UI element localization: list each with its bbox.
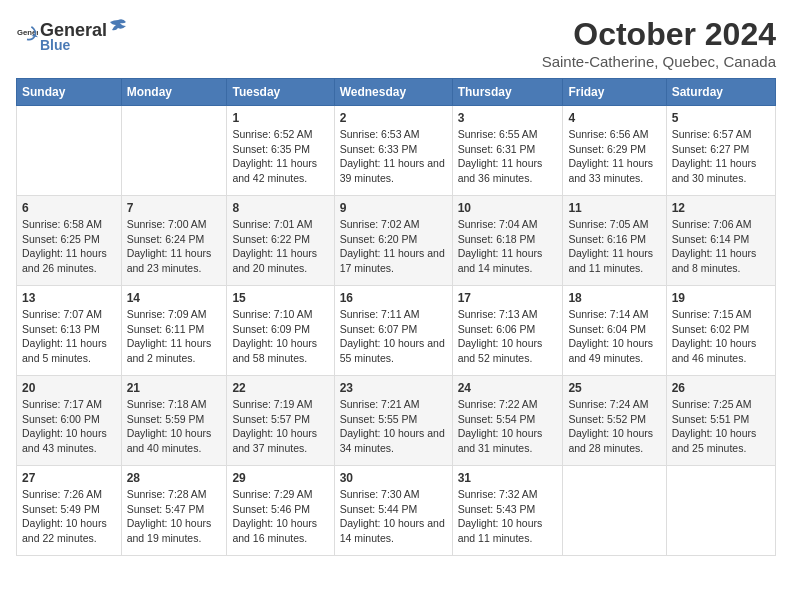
col-header-tuesday: Tuesday [227,79,334,106]
calendar-cell: 22Sunrise: 7:19 AMSunset: 5:57 PMDayligh… [227,376,334,466]
day-info-text: Sunrise: 7:15 AM [672,307,770,322]
day-info-text: Sunrise: 7:01 AM [232,217,328,232]
calendar-cell: 5Sunrise: 6:57 AMSunset: 6:27 PMDaylight… [666,106,775,196]
calendar-cell: 11Sunrise: 7:05 AMSunset: 6:16 PMDayligh… [563,196,666,286]
day-info-text: Daylight: 10 hours and 11 minutes. [458,516,558,545]
calendar-cell: 20Sunrise: 7:17 AMSunset: 6:00 PMDayligh… [17,376,122,466]
day-info-text: Sunrise: 7:28 AM [127,487,222,502]
header-row: SundayMondayTuesdayWednesdayThursdayFrid… [17,79,776,106]
day-info-text: Sunset: 6:09 PM [232,322,328,337]
day-number: 1 [232,111,328,125]
calendar-cell: 21Sunrise: 7:18 AMSunset: 5:59 PMDayligh… [121,376,227,466]
col-header-friday: Friday [563,79,666,106]
calendar-cell [17,106,122,196]
day-info-text: Sunset: 6:16 PM [568,232,660,247]
logo: General General Blue [16,16,129,53]
day-number: 18 [568,291,660,305]
day-number: 9 [340,201,447,215]
day-number: 31 [458,471,558,485]
day-info-text: Daylight: 10 hours and 46 minutes. [672,336,770,365]
day-number: 12 [672,201,770,215]
day-info-text: Sunrise: 7:19 AM [232,397,328,412]
day-info-text: Sunset: 6:14 PM [672,232,770,247]
day-info-text: Sunset: 6:07 PM [340,322,447,337]
title-block: October 2024 Sainte-Catherine, Quebec, C… [542,16,776,70]
col-header-wednesday: Wednesday [334,79,452,106]
day-info-text: Sunset: 5:46 PM [232,502,328,517]
day-info-text: Daylight: 10 hours and 16 minutes. [232,516,328,545]
day-number: 14 [127,291,222,305]
calendar-cell: 24Sunrise: 7:22 AMSunset: 5:54 PMDayligh… [452,376,563,466]
day-number: 26 [672,381,770,395]
day-info-text: Sunrise: 7:29 AM [232,487,328,502]
day-info-text: Sunrise: 7:05 AM [568,217,660,232]
day-info-text: Sunrise: 6:57 AM [672,127,770,142]
col-header-monday: Monday [121,79,227,106]
day-info-text: Sunset: 6:22 PM [232,232,328,247]
day-number: 20 [22,381,116,395]
day-info-text: Daylight: 11 hours and 30 minutes. [672,156,770,185]
day-info-text: Daylight: 11 hours and 26 minutes. [22,246,116,275]
day-info-text: Sunrise: 7:14 AM [568,307,660,322]
day-number: 6 [22,201,116,215]
day-number: 24 [458,381,558,395]
day-info-text: Daylight: 10 hours and 52 minutes. [458,336,558,365]
day-info-text: Daylight: 11 hours and 36 minutes. [458,156,558,185]
week-row-2: 6Sunrise: 6:58 AMSunset: 6:25 PMDaylight… [17,196,776,286]
day-number: 11 [568,201,660,215]
day-info-text: Sunrise: 6:55 AM [458,127,558,142]
week-row-3: 13Sunrise: 7:07 AMSunset: 6:13 PMDayligh… [17,286,776,376]
day-info-text: Sunrise: 7:26 AM [22,487,116,502]
page-header: General General Blue October 2024 Sainte… [16,16,776,70]
day-info-text: Sunrise: 7:04 AM [458,217,558,232]
day-info-text: Sunrise: 7:09 AM [127,307,222,322]
day-number: 16 [340,291,447,305]
day-info-text: Daylight: 11 hours and 23 minutes. [127,246,222,275]
day-info-text: Sunrise: 7:10 AM [232,307,328,322]
day-info-text: Daylight: 11 hours and 20 minutes. [232,246,328,275]
day-info-text: Daylight: 11 hours and 5 minutes. [22,336,116,365]
day-info-text: Daylight: 10 hours and 25 minutes. [672,426,770,455]
calendar-cell: 28Sunrise: 7:28 AMSunset: 5:47 PMDayligh… [121,466,227,556]
day-info-text: Daylight: 10 hours and 28 minutes. [568,426,660,455]
day-number: 13 [22,291,116,305]
day-info-text: Daylight: 11 hours and 42 minutes. [232,156,328,185]
calendar-cell: 23Sunrise: 7:21 AMSunset: 5:55 PMDayligh… [334,376,452,466]
day-number: 2 [340,111,447,125]
col-header-thursday: Thursday [452,79,563,106]
day-info-text: Daylight: 11 hours and 39 minutes. [340,156,447,185]
day-number: 23 [340,381,447,395]
calendar-cell: 14Sunrise: 7:09 AMSunset: 6:11 PMDayligh… [121,286,227,376]
day-info-text: Sunset: 6:35 PM [232,142,328,157]
day-info-text: Daylight: 10 hours and 22 minutes. [22,516,116,545]
day-number: 19 [672,291,770,305]
day-number: 30 [340,471,447,485]
day-number: 5 [672,111,770,125]
day-number: 28 [127,471,222,485]
col-header-saturday: Saturday [666,79,775,106]
day-info-text: Daylight: 11 hours and 11 minutes. [568,246,660,275]
week-row-1: 1Sunrise: 6:52 AMSunset: 6:35 PMDaylight… [17,106,776,196]
day-info-text: Daylight: 10 hours and 55 minutes. [340,336,447,365]
calendar-cell: 18Sunrise: 7:14 AMSunset: 6:04 PMDayligh… [563,286,666,376]
col-header-sunday: Sunday [17,79,122,106]
day-info-text: Sunrise: 7:00 AM [127,217,222,232]
day-info-text: Sunset: 6:24 PM [127,232,222,247]
calendar-title: October 2024 [542,16,776,53]
calendar-cell [121,106,227,196]
calendar-cell: 9Sunrise: 7:02 AMSunset: 6:20 PMDaylight… [334,196,452,286]
day-number: 10 [458,201,558,215]
day-info-text: Sunset: 6:13 PM [22,322,116,337]
calendar-cell: 30Sunrise: 7:30 AMSunset: 5:44 PMDayligh… [334,466,452,556]
calendar-cell: 27Sunrise: 7:26 AMSunset: 5:49 PMDayligh… [17,466,122,556]
week-row-5: 27Sunrise: 7:26 AMSunset: 5:49 PMDayligh… [17,466,776,556]
calendar-cell: 1Sunrise: 6:52 AMSunset: 6:35 PMDaylight… [227,106,334,196]
day-info-text: Daylight: 11 hours and 2 minutes. [127,336,222,365]
day-info-text: Daylight: 11 hours and 8 minutes. [672,246,770,275]
day-info-text: Sunset: 6:29 PM [568,142,660,157]
day-info-text: Sunset: 6:27 PM [672,142,770,157]
day-info-text: Daylight: 10 hours and 19 minutes. [127,516,222,545]
day-info-text: Daylight: 10 hours and 31 minutes. [458,426,558,455]
calendar-cell: 26Sunrise: 7:25 AMSunset: 5:51 PMDayligh… [666,376,775,466]
calendar-cell: 13Sunrise: 7:07 AMSunset: 6:13 PMDayligh… [17,286,122,376]
